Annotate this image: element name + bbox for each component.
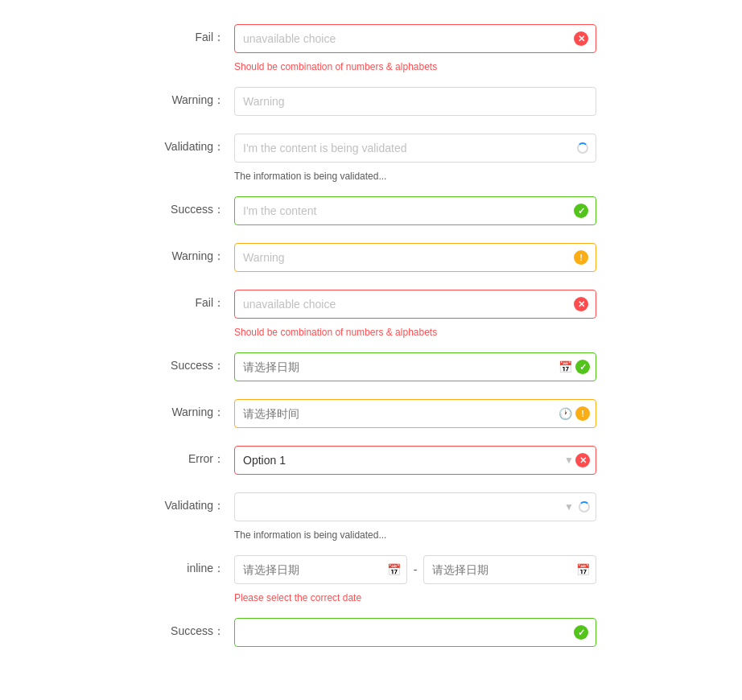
label-validating-select: Validating： bbox=[146, 492, 234, 513]
date-input-start[interactable] bbox=[234, 555, 407, 584]
spin-icon-1 bbox=[577, 142, 588, 154]
calendar-icon-success: 📅 bbox=[559, 360, 572, 373]
row-success-date: Success： 📅 ✓ bbox=[146, 352, 596, 385]
label-success-1: Success： bbox=[146, 196, 234, 217]
icon-area-fail-1: ✕ bbox=[574, 31, 588, 46]
input-fail-2[interactable] bbox=[234, 290, 596, 319]
input-wrapper-fail-2: ✕ bbox=[234, 290, 596, 319]
message-row-fail-1: Should be combination of numbers & alpha… bbox=[146, 60, 596, 72]
label-warning-1: Warning： bbox=[146, 87, 234, 108]
row-fail-2: Fail： ✕ bbox=[146, 290, 596, 322]
field-wrapper-success-2: ✓ bbox=[234, 618, 596, 647]
field-wrapper-warning-orange-1: ! bbox=[234, 243, 596, 272]
date-range-start: 📅 bbox=[234, 555, 407, 584]
label-error-select: Error： bbox=[146, 446, 234, 467]
date-wrapper-warning-time: 🕐 ! bbox=[234, 399, 596, 428]
field-wrapper-success-date: 📅 ✓ bbox=[234, 352, 596, 381]
date-wrapper-start: 📅 bbox=[234, 555, 407, 584]
select-icons-validating bbox=[579, 501, 590, 513]
error-icon-select: ✕ bbox=[575, 453, 590, 467]
input-wrapper-success-2: ✓ bbox=[234, 618, 596, 647]
row-warning-1: Warning： bbox=[146, 87, 596, 119]
form-container: Fail： ✕ Should be combination of numbers… bbox=[130, 16, 612, 673]
info-message-validating-1: The information is being validated... bbox=[234, 171, 386, 182]
message-row-inline: Please select the correct date bbox=[146, 591, 596, 603]
select-error[interactable]: Option 1 Option 2 Option 3 bbox=[234, 446, 596, 475]
row-warning-orange-1: Warning： ! bbox=[146, 243, 596, 275]
date-icons-end: 📅 bbox=[576, 563, 590, 576]
select-wrapper-validating: Option 1 ▼ bbox=[234, 492, 596, 521]
select-wrapper-error: Option 1 Option 2 Option 3 ▼ ✕ bbox=[234, 446, 596, 475]
row-success-2: Success： ✓ bbox=[146, 618, 596, 650]
icon-area-validating-1 bbox=[577, 142, 588, 154]
error-icon-2: ✕ bbox=[574, 297, 588, 311]
input-validating-1[interactable] bbox=[234, 134, 596, 163]
success-icon-1: ✓ bbox=[574, 204, 588, 218]
label-success-date: Success： bbox=[146, 352, 234, 373]
field-wrapper-validating-1 bbox=[234, 134, 596, 163]
date-wrapper-success: 📅 ✓ bbox=[234, 352, 596, 381]
message-row-validating-1: The information is being validated... bbox=[146, 169, 596, 182]
field-wrapper-inline: 📅 - 📅 bbox=[234, 555, 596, 584]
info-message-validating-select: The information is being validated... bbox=[234, 529, 386, 541]
spin-icon-select bbox=[579, 501, 590, 513]
success-icon-2: ✓ bbox=[574, 625, 588, 640]
warning-icon-1: ! bbox=[574, 250, 588, 265]
date-icons-warning-time: 🕐 ! bbox=[559, 406, 590, 421]
field-wrapper-success-1: ✓ bbox=[234, 196, 596, 225]
field-wrapper-validating-select: Option 1 ▼ bbox=[234, 492, 596, 521]
clock-icon-warning: 🕐 bbox=[559, 407, 572, 420]
date-range-wrapper: 📅 - 📅 bbox=[234, 555, 596, 584]
select-validating[interactable]: Option 1 bbox=[234, 492, 596, 521]
label-warning-orange-1: Warning： bbox=[146, 243, 234, 264]
select-icons-error: ✕ bbox=[575, 453, 590, 467]
icon-area-warning-orange-1: ! bbox=[574, 250, 588, 265]
input-wrapper-warning-orange-1: ! bbox=[234, 243, 596, 272]
date-input-success[interactable] bbox=[234, 352, 596, 381]
error-message-inline: Please select the correct date bbox=[234, 592, 361, 603]
input-warning-1[interactable] bbox=[234, 87, 596, 116]
field-wrapper-fail-1: ✕ bbox=[234, 24, 596, 53]
row-success-1: Success： ✓ bbox=[146, 196, 596, 229]
error-icon-1: ✕ bbox=[574, 31, 588, 46]
range-separator: - bbox=[414, 563, 418, 576]
success-icon-date: ✓ bbox=[575, 360, 590, 374]
label-success-2: Success： bbox=[146, 618, 234, 639]
row-validating-1: Validating： bbox=[146, 134, 596, 166]
row-inline-date-range: inline： 📅 - 📅 bbox=[146, 555, 596, 587]
input-success-1[interactable] bbox=[234, 196, 596, 225]
calendar-icon-start: 📅 bbox=[387, 563, 401, 576]
row-fail-1: Fail： ✕ bbox=[146, 24, 596, 56]
label-warning-time: Warning： bbox=[146, 399, 234, 420]
row-warning-time: Warning： 🕐 ! bbox=[146, 399, 596, 431]
row-validating-select: Validating： Option 1 ▼ bbox=[146, 492, 596, 525]
date-range-end: 📅 bbox=[423, 555, 596, 584]
field-wrapper-error-select: Option 1 Option 2 Option 3 ▼ ✕ bbox=[234, 446, 596, 475]
input-warning-orange-1[interactable] bbox=[234, 243, 596, 272]
input-fail-1[interactable] bbox=[234, 24, 596, 53]
field-wrapper-warning-1 bbox=[234, 87, 596, 116]
icon-area-success-2: ✓ bbox=[574, 625, 588, 640]
date-icons-start: 📅 bbox=[387, 563, 401, 576]
message-row-fail-2: Should be combination of numbers & alpha… bbox=[146, 325, 596, 338]
label-fail-2: Fail： bbox=[146, 290, 234, 311]
date-input-end[interactable] bbox=[423, 555, 596, 584]
field-wrapper-warning-time: 🕐 ! bbox=[234, 399, 596, 428]
input-wrapper-validating-1 bbox=[234, 134, 596, 163]
icon-area-success-1: ✓ bbox=[574, 204, 588, 218]
input-success-2[interactable] bbox=[234, 618, 596, 647]
calendar-icon-end: 📅 bbox=[576, 563, 590, 576]
input-wrapper-fail-1: ✕ bbox=[234, 24, 596, 53]
label-validating-1: Validating： bbox=[146, 134, 234, 154]
label-inline: inline： bbox=[146, 555, 234, 576]
warning-icon-time: ! bbox=[575, 406, 590, 421]
time-input-warning[interactable] bbox=[234, 399, 596, 428]
error-message-fail-2: Should be combination of numbers & alpha… bbox=[234, 327, 437, 338]
date-wrapper-end: 📅 bbox=[423, 555, 596, 584]
label-fail-1: Fail： bbox=[146, 24, 234, 45]
icon-area-fail-2: ✕ bbox=[574, 297, 588, 311]
row-error-select: Error： Option 1 Option 2 Option 3 ▼ ✕ bbox=[146, 446, 596, 478]
message-row-validating-select: The information is being validated... bbox=[146, 528, 596, 541]
input-wrapper-success-1: ✓ bbox=[234, 196, 596, 225]
error-message-fail-1: Should be combination of numbers & alpha… bbox=[234, 61, 437, 72]
